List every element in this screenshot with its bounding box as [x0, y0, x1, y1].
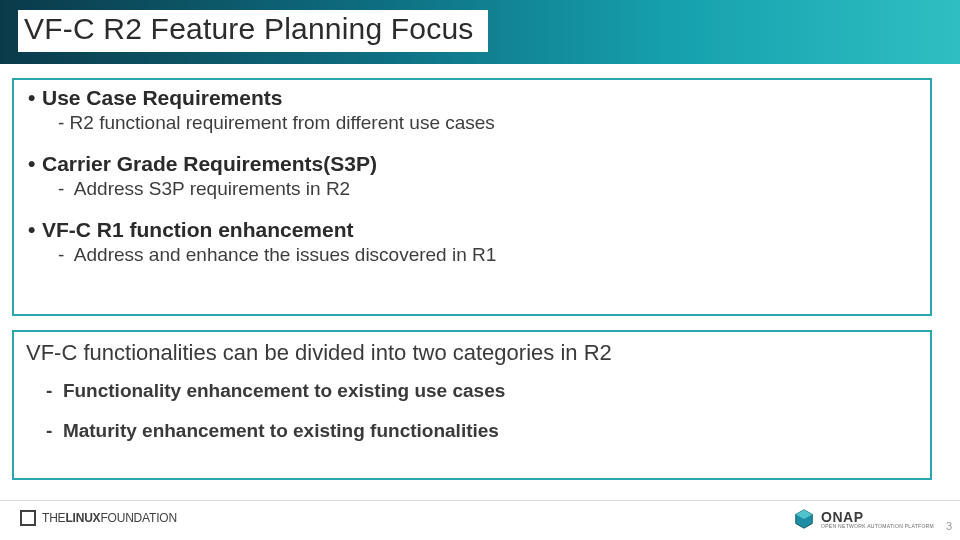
- categories-box: VF-C functionalities can be divided into…: [12, 330, 932, 480]
- footer-divider: [0, 500, 960, 501]
- bullet-heading-text: Carrier Grade Requirements(S3P): [42, 152, 377, 175]
- onap-hex-icon: [793, 508, 815, 530]
- lf-foundation: FOUNDATION: [100, 511, 176, 525]
- lf-the: THE: [42, 511, 65, 525]
- bullet-heading: •Use Case Requirements: [28, 86, 920, 110]
- categories-intro: VF-C functionalities can be divided into…: [26, 340, 920, 366]
- header-band: VF-C R2 Feature Planning Focus: [0, 0, 960, 64]
- slide-title: VF-C R2 Feature Planning Focus: [24, 12, 474, 46]
- category-item: - Maturity enhancement to existing funct…: [46, 420, 920, 442]
- section-carrier: •Carrier Grade Requirements(S3P) - Addre…: [28, 152, 920, 200]
- bullet-sub: - Address S3P requirements in R2: [58, 178, 920, 200]
- page-number: 3: [946, 520, 952, 532]
- onap-text: ONAP OPEN NETWORK AUTOMATION PLATFORM: [821, 510, 934, 529]
- category-item: - Functionality enhancement to existing …: [46, 380, 920, 402]
- bullet-sub-text: R2 functional requirement from different…: [70, 112, 495, 133]
- category-item-text: Maturity enhancement to existing functio…: [63, 420, 499, 441]
- bullet-heading-text: Use Case Requirements: [42, 86, 282, 109]
- bullet-sub-text: Address S3P requirements in R2: [74, 178, 350, 199]
- lf-square-icon: [20, 510, 36, 526]
- slide: VF-C R2 Feature Planning Focus •Use Case…: [0, 0, 960, 540]
- onap-sub-text: OPEN NETWORK AUTOMATION PLATFORM: [821, 524, 934, 529]
- linux-foundation-logo: THELINUXFOUNDATION: [20, 510, 177, 526]
- section-usecase: •Use Case Requirements - R2 functional r…: [28, 86, 920, 134]
- bullet-heading: •VF-C R1 function enhancement: [28, 218, 920, 242]
- bullet-sub: - R2 functional requirement from differe…: [58, 112, 920, 134]
- bullet-sub-text: Address and enhance the issues discovere…: [74, 244, 496, 265]
- bullet-heading: •Carrier Grade Requirements(S3P): [28, 152, 920, 176]
- lf-text: THELINUXFOUNDATION: [42, 511, 177, 525]
- onap-logo: ONAP OPEN NETWORK AUTOMATION PLATFORM: [793, 508, 934, 530]
- bullet-sub: - Address and enhance the issues discove…: [58, 244, 920, 266]
- section-enhance: •VF-C R1 function enhancement - Address …: [28, 218, 920, 266]
- title-wrap: VF-C R2 Feature Planning Focus: [18, 10, 488, 52]
- bullet-heading-text: VF-C R1 function enhancement: [42, 218, 354, 241]
- footer: THELINUXFOUNDATION ONAP OPEN NETWORK AUT…: [0, 500, 960, 540]
- focus-box: •Use Case Requirements - R2 functional r…: [12, 78, 932, 316]
- lf-linux: LINUX: [65, 511, 100, 525]
- onap-main-text: ONAP: [821, 510, 934, 524]
- category-item-text: Functionality enhancement to existing us…: [63, 380, 505, 401]
